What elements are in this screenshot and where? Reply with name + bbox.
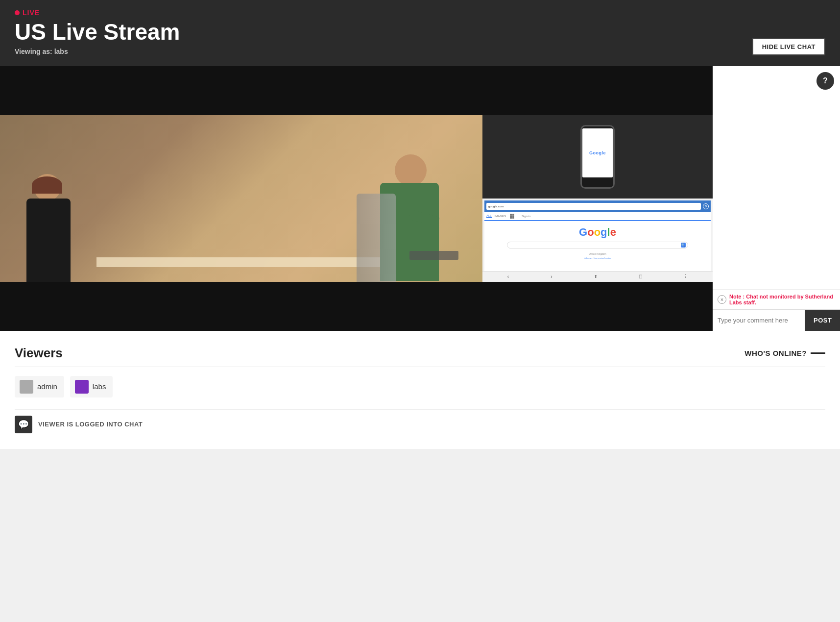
google-location: United Kingdom xyxy=(589,252,606,255)
phone-feed: Google xyxy=(482,115,713,199)
viewer-color-admin xyxy=(20,380,33,394)
viewer-badge-labs[interactable]: labs xyxy=(70,376,113,398)
browser-toolbar: ‹ › ⬆ ⎕ ⋮ xyxy=(482,271,713,282)
video-top-padding xyxy=(0,66,713,115)
chair xyxy=(357,194,396,282)
hide-live-chat-button[interactable]: HIDE LIVE CHAT xyxy=(752,38,825,55)
google-search-box: 🔍 xyxy=(507,242,688,249)
viewer-name-admin: admin xyxy=(37,382,57,391)
nav-signin: Sign in xyxy=(522,215,530,218)
chat-comment-input[interactable] xyxy=(713,310,805,331)
video-section: Google google.com xyxy=(0,66,713,331)
browser-bar: google.com ↻ xyxy=(484,200,711,212)
chat-help-button[interactable]: ? xyxy=(816,72,834,90)
google-nav-bar: ALL IMAGES Sign in xyxy=(484,212,711,221)
google-logo: Google xyxy=(579,226,616,239)
camera-feed-left xyxy=(0,115,482,282)
url-text: google.com xyxy=(488,205,504,208)
viewing-as-text: Viewing as: labs xyxy=(15,48,825,55)
chat-logged-in-icon: 💬 xyxy=(15,416,32,433)
below-video-section: Viewers WHO'S ONLINE? admin labs 💬 VIEWE… xyxy=(0,331,840,449)
live-badge: LIVE xyxy=(15,9,825,17)
chat-note-bar: × Note : Chat not monitored by Sutherlan… xyxy=(713,289,840,309)
live-label: LIVE xyxy=(23,9,40,17)
url-bar: google.com xyxy=(486,203,701,210)
google-screen-feed: google.com ↻ ALL IMAGES xyxy=(482,199,713,282)
viewer-badge-admin[interactable]: admin xyxy=(15,376,64,398)
grid-icon xyxy=(510,214,518,219)
logged-in-row: 💬 VIEWER IS LOGGED INTO CHAT xyxy=(15,409,825,439)
refresh-icon: ↻ xyxy=(703,203,709,209)
chat-messages-area xyxy=(713,66,840,289)
viewers-list: admin labs xyxy=(15,376,825,398)
google-search-icon: 🔍 xyxy=(681,243,686,248)
live-dot xyxy=(15,10,20,15)
video-bottom-padding xyxy=(0,282,713,331)
whos-online-text: WHO'S ONLINE? xyxy=(744,349,807,357)
whos-online-dash xyxy=(811,352,825,354)
chat-input-row: POST xyxy=(713,309,840,331)
chat-note-text: Note : Chat not monitored by Sutherland … xyxy=(729,294,835,305)
keyboard xyxy=(409,251,458,260)
chat-note-close-button[interactable]: × xyxy=(718,295,726,304)
google-location-link: Unknown - Use precise location xyxy=(584,257,611,259)
viewer-name-labs: labs xyxy=(93,382,106,391)
chat-bubble-icon: 💬 xyxy=(18,419,29,430)
whos-online-label: WHO'S ONLINE? xyxy=(744,349,825,357)
stream-title: US Live Stream xyxy=(15,20,825,45)
viewers-title: Viewers xyxy=(15,346,63,361)
video-right-panels: Google google.com xyxy=(482,115,713,282)
google-main-content: Google 🔍 United Kingdom Unknown - Use pr… xyxy=(484,221,711,280)
chat-section: ? × Note : Chat not monitored by Sutherl… xyxy=(713,66,840,331)
header: LIVE US Live Stream Viewing as: labs HID… xyxy=(0,0,840,66)
video-grid: Google google.com xyxy=(0,115,713,282)
viewers-header-row: Viewers WHO'S ONLINE? xyxy=(15,346,825,361)
divider xyxy=(15,367,825,367)
stream-area: Google google.com xyxy=(0,66,840,331)
nav-images: IMAGES xyxy=(495,215,506,218)
viewer-color-labs xyxy=(75,380,89,394)
person-left xyxy=(24,174,93,282)
nav-all: ALL xyxy=(486,214,492,218)
logged-in-text: VIEWER IS LOGGED INTO CHAT xyxy=(38,421,143,428)
chat-post-button[interactable]: POST xyxy=(805,310,840,331)
